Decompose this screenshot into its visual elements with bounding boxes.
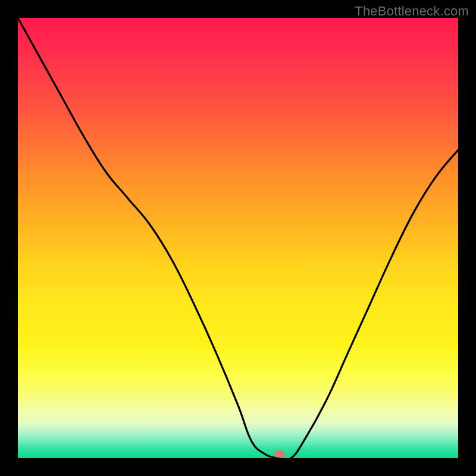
watermark-label: TheBottleneck.com [355,4,469,19]
optimal-point-marker [274,450,285,458]
chart-container: TheBottleneck.com [0,0,476,476]
bottleneck-curve [18,18,458,458]
plot-area [18,18,458,458]
curve-path [18,18,458,458]
